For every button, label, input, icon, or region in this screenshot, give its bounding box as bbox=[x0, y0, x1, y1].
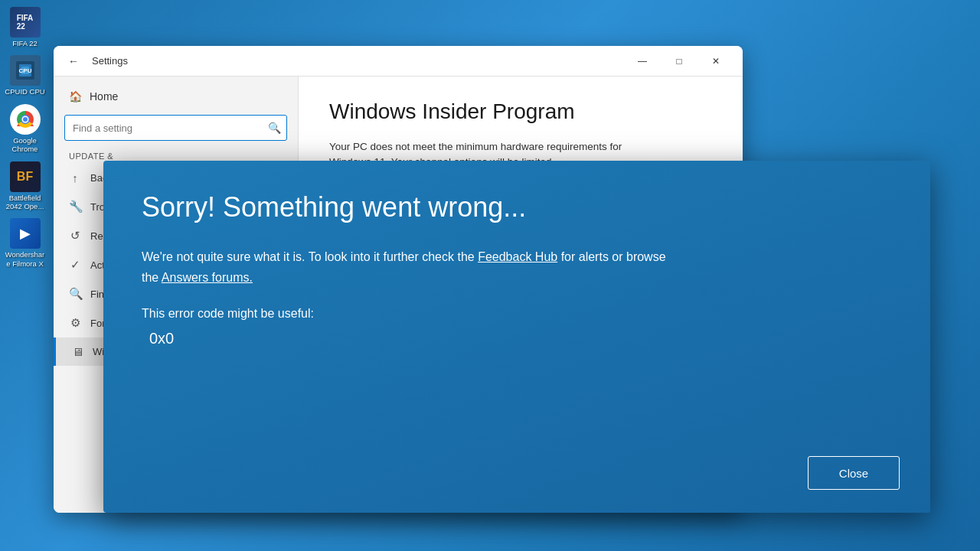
close-window-button[interactable]: ✕ bbox=[698, 49, 733, 73]
search-icon: 🔍 bbox=[268, 122, 281, 134]
troubleshoot-icon: 🔧 bbox=[69, 200, 81, 214]
find-icon: 🔍 bbox=[69, 287, 81, 301]
backup-icon: ↑ bbox=[69, 171, 81, 184]
windows-icon: 🖥 bbox=[71, 345, 83, 358]
feedback-hub-link[interactable]: Feedback Hub bbox=[478, 250, 557, 263]
wondershare-label: Wondershare Filmora X bbox=[4, 250, 47, 268]
sidebar-home[interactable]: 🏠 Home bbox=[54, 84, 298, 109]
search-input[interactable] bbox=[64, 115, 287, 141]
maximize-button[interactable]: □ bbox=[662, 49, 697, 73]
svg-point-7 bbox=[23, 117, 28, 122]
sidebar-search-container: 🔍 bbox=[64, 115, 287, 141]
close-error-button[interactable]: Close bbox=[808, 456, 900, 490]
desktop-icon-bf[interactable]: BF Battlefield 2042 Ope... bbox=[2, 158, 48, 214]
page-title: Windows Insider Program bbox=[329, 99, 712, 124]
desktop-icon-wondershare[interactable]: ▶ Wondershare Filmora X bbox=[2, 215, 48, 271]
desktop-icon-cpuid[interactable]: CPU CPUID CPU bbox=[2, 52, 48, 99]
error-body: We're not quite sure what it is. To look… bbox=[142, 246, 892, 288]
home-label: Home bbox=[90, 90, 118, 103]
fifa-label: FIFA 22 bbox=[12, 39, 38, 47]
title-bar: ← Settings — □ ✕ bbox=[54, 46, 743, 77]
desktop: FIFA22 FIFA 22 CPU CPUID CPU bbox=[0, 0, 980, 551]
window-title: Settings bbox=[92, 55, 128, 67]
desktop-icon-fifa[interactable]: FIFA22 FIFA 22 bbox=[2, 4, 48, 51]
error-body-middle: for alerts or browse bbox=[557, 250, 665, 263]
error-title: Sorry! Something went wrong... bbox=[142, 191, 892, 223]
chrome-icon bbox=[10, 104, 41, 135]
bf-icon: BF bbox=[10, 161, 41, 192]
error-dialog: Sorry! Something went wrong... We're not… bbox=[103, 161, 930, 513]
window-controls: — □ ✕ bbox=[625, 49, 733, 73]
bf-label: Battlefield 2042 Ope... bbox=[4, 194, 47, 211]
for-icon: ⚙ bbox=[69, 316, 81, 330]
back-button[interactable]: ← bbox=[63, 51, 84, 72]
wondershare-icon: ▶ bbox=[10, 218, 41, 249]
error-code-label: This error code might be useful: bbox=[142, 307, 892, 321]
title-bar-left: ← Settings bbox=[63, 51, 625, 72]
answers-forums-link[interactable]: Answers forums. bbox=[162, 271, 253, 284]
cpuid-label: CPUID CPU bbox=[5, 87, 44, 96]
error-code: 0x0 bbox=[142, 330, 892, 347]
recovery-icon: ↺ bbox=[69, 229, 81, 243]
desktop-icon-list: FIFA22 FIFA 22 CPU CPUID CPU bbox=[0, 0, 50, 271]
error-body-suffix: the bbox=[142, 271, 162, 284]
svg-text:CPU: CPU bbox=[18, 67, 31, 74]
minimize-button[interactable]: — bbox=[625, 49, 660, 73]
home-icon: 🏠 bbox=[69, 90, 82, 103]
chrome-label: Google Chrome bbox=[4, 136, 47, 154]
error-body-prefix: We're not quite sure what it is. To look… bbox=[142, 250, 478, 263]
activation-icon: ✓ bbox=[69, 258, 81, 272]
desktop-icon-chrome[interactable]: Google Chrome bbox=[2, 101, 48, 157]
cpuid-icon: CPU bbox=[10, 55, 41, 86]
fifa-icon: FIFA22 bbox=[10, 7, 41, 37]
description-line1: Your PC does not meet the minimum hardwa… bbox=[329, 141, 622, 152]
